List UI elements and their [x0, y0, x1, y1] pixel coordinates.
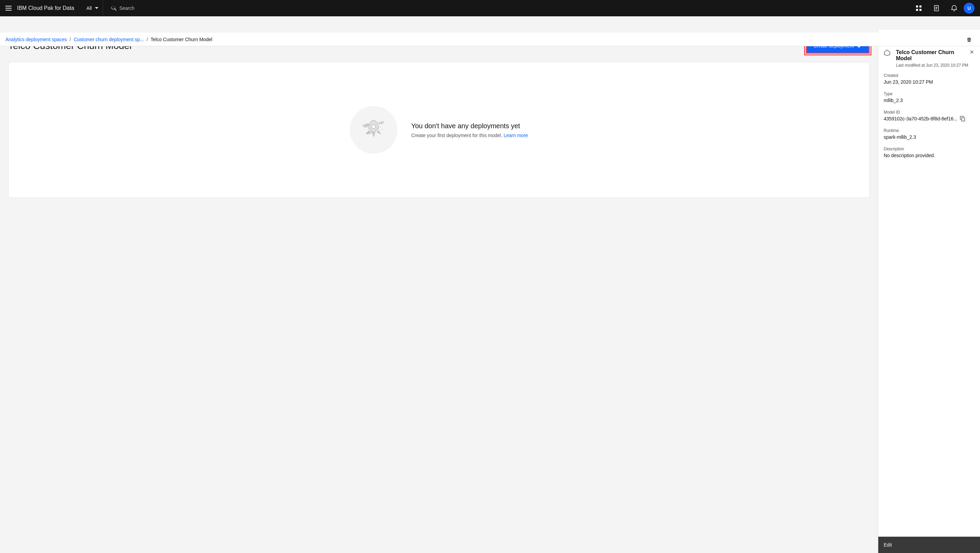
- document-icon: [933, 5, 940, 11]
- grid-icon-btn[interactable]: [911, 0, 927, 16]
- brand-name: IBM Cloud Pak for Data: [17, 5, 74, 11]
- search-area: All Search: [82, 0, 911, 16]
- description-label: Description: [884, 146, 975, 151]
- delete-icon-btn[interactable]: [964, 34, 975, 45]
- runtime-value: spark-mllib_2.3: [884, 134, 975, 140]
- panel-footer: Edit: [878, 537, 980, 553]
- navbar-actions: U: [911, 0, 975, 16]
- breadcrumb-item-2[interactable]: Customer churn deployment sp...: [73, 37, 143, 42]
- empty-state-content: + ✦ You don't have any deployments yet C…: [350, 106, 528, 154]
- breadcrumb-item-3: Telco Customer Churn Model: [151, 37, 212, 42]
- avatar[interactable]: U: [964, 3, 975, 14]
- copy-icon: [960, 116, 966, 121]
- svg-point-14: [372, 125, 375, 129]
- svg-rect-1: [920, 5, 921, 8]
- content-area: Telco Customer Churn Model Create deploy…: [0, 30, 878, 553]
- modelid-value-row: 4359102c-3a70-452b-8f8d-8ef16...: [884, 116, 975, 121]
- description-value: No description provided.: [884, 153, 975, 158]
- panel-runtime-section: Runtime spark-mllib_2.3: [884, 128, 975, 140]
- created-label: Created: [884, 73, 975, 78]
- search-bar[interactable]: Search: [106, 5, 140, 11]
- model-icon: [884, 49, 891, 57]
- navbar: IBM Cloud Pak for Data All Search U: [0, 0, 980, 16]
- panel-type-section: Type mllib_2.3: [884, 92, 975, 103]
- notification-icon-btn[interactable]: [946, 0, 962, 16]
- created-value: Jun 23, 2020 10:27 PM: [884, 79, 975, 85]
- panel-content: Telco Customer Churn Model Last modified…: [878, 44, 980, 537]
- svg-point-11: [381, 121, 385, 123]
- empty-state-card: + ✦ You don't have any deployments yet C…: [8, 62, 870, 198]
- modelid-label: Model ID: [884, 110, 975, 114]
- search-icon: [111, 5, 117, 11]
- rocket-svg: + ✦: [360, 116, 387, 143]
- rocket-illustration: + ✦: [350, 106, 398, 154]
- right-panel: i Telco Customer Churn Model: [878, 30, 980, 553]
- panel-header: Telco Customer Churn Model Last modified…: [884, 49, 975, 68]
- svg-rect-2: [916, 9, 918, 11]
- panel-model-info: Telco Customer Churn Model Last modified…: [896, 49, 969, 68]
- svg-text:✦: ✦: [382, 129, 383, 131]
- main-layout: Telco Customer Churn Model Create deploy…: [0, 30, 980, 553]
- edit-button[interactable]: Edit: [884, 542, 892, 548]
- close-icon: [969, 49, 975, 55]
- svg-rect-26: [962, 118, 965, 121]
- menu-icon[interactable]: [5, 6, 11, 11]
- document-icon-btn[interactable]: [928, 0, 945, 16]
- empty-state-heading: You don't have any deployments yet: [411, 122, 528, 130]
- panel-modelid-section: Model ID 4359102c-3a70-452b-8f8d-8ef16..…: [884, 110, 975, 121]
- svg-rect-0: [916, 5, 918, 8]
- breadcrumb: Analytics deployment spaces / Customer c…: [5, 37, 964, 42]
- type-label: Type: [884, 92, 975, 96]
- panel-description-section: Description No description provided.: [884, 146, 975, 158]
- close-panel-btn[interactable]: [969, 49, 975, 55]
- empty-state-text: You don't have any deployments yet Creat…: [411, 122, 528, 138]
- panel-model-subtitle: Last modified at Jun 23, 2020 10:27 PM: [896, 63, 969, 68]
- svg-text:+: +: [380, 126, 381, 128]
- breadcrumb-bar: Analytics deployment spaces / Customer c…: [0, 33, 980, 46]
- breadcrumb-sep-2: /: [147, 37, 148, 42]
- modelid-value: 4359102c-3a70-452b-8f8d-8ef16...: [884, 116, 957, 121]
- chevron-down-icon: [95, 6, 99, 10]
- all-dropdown[interactable]: All: [82, 0, 103, 16]
- svg-rect-3: [920, 9, 921, 11]
- grid-icon: [916, 5, 922, 11]
- panel-model-title: Telco Customer Churn Model: [896, 49, 969, 62]
- runtime-label: Runtime: [884, 128, 975, 133]
- panel-created-section: Created Jun 23, 2020 10:27 PM: [884, 73, 975, 85]
- learn-more-link[interactable]: Learn more: [504, 133, 528, 138]
- copy-modelid-btn[interactable]: [960, 116, 966, 121]
- type-value: mllib_2.3: [884, 98, 975, 103]
- breadcrumb-item-1[interactable]: Analytics deployment spaces: [5, 37, 67, 42]
- notification-icon: [951, 5, 957, 11]
- trash-icon: [966, 37, 972, 42]
- breadcrumb-sep-1: /: [70, 37, 71, 42]
- diamond-icon: [884, 49, 891, 56]
- breadcrumb-actions: [964, 34, 975, 45]
- empty-state-description: Create your first deployment for this mo…: [411, 133, 528, 138]
